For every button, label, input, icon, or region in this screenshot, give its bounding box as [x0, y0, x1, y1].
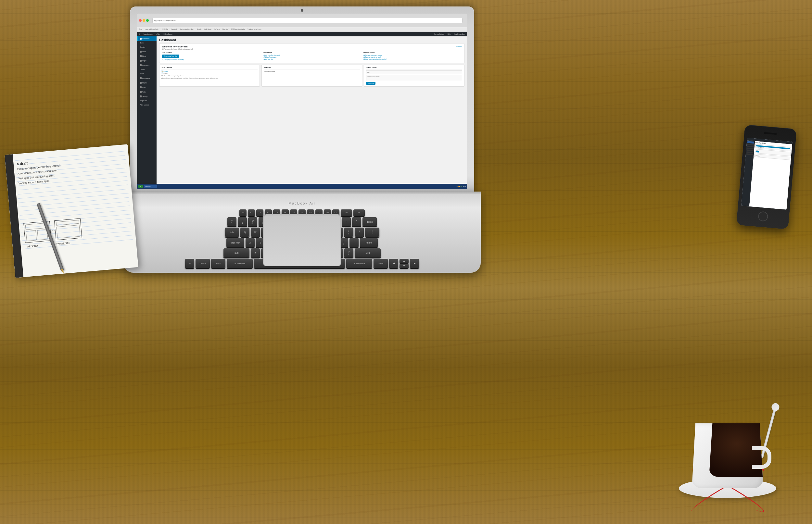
key-backslash[interactable]: |\	[365, 228, 379, 237]
trackpad[interactable]	[263, 214, 341, 266]
bookmark-gmail[interactable]: XF G Mail	[161, 29, 169, 30]
wp-delete-cache[interactable]: Delete Cache	[163, 33, 173, 35]
sidebar-label-tools: Tools	[142, 91, 146, 93]
sidebar-item-contact[interactable]: Contact	[137, 67, 157, 72]
browser-minimize-btn[interactable]	[143, 19, 145, 22]
key-backtick[interactable]: ~`	[227, 217, 237, 226]
sidebar-item-posts[interactable]: Posts	[137, 49, 157, 54]
key-arrow-left[interactable]: ◀	[389, 259, 398, 268]
sidebar-item-users[interactable]: Users	[137, 85, 157, 89]
key-fn[interactable]: fn	[185, 259, 194, 268]
wp-main-content: Dashboard Welcome to WordPress! We've as…	[157, 36, 467, 189]
sidebar-item-media[interactable]: Media	[137, 54, 157, 59]
sidebar-label-settings: Settings	[142, 96, 147, 97]
draft-title-input[interactable]: Title	[366, 70, 462, 74]
sidebar-item-settings[interactable]: Settings	[137, 94, 157, 99]
key-a[interactable]: A	[246, 238, 255, 247]
comments-toggle-link[interactable]: ⊞ Turn comments on or off	[363, 56, 461, 58]
key-arrow-down[interactable]: ▼	[400, 264, 409, 268]
key-w[interactable]: W	[251, 228, 260, 237]
bookmark-firefox[interactable]: Imported From Firef...	[144, 29, 160, 30]
key-slash[interactable]: ?/	[344, 248, 353, 258]
taskbar-items: Dashboard...	[144, 185, 456, 188]
wp-new[interactable]: + New	[156, 33, 161, 35]
sidebar-item-plugins[interactable]: Plugins	[137, 81, 157, 85]
learn-more-link[interactable]: ⊞ Learn more about getting started	[363, 59, 461, 60]
add-about-link[interactable]: + Add an About page	[263, 56, 361, 58]
key-command-left[interactable]: ⌘ command	[227, 259, 253, 268]
bookmark-track[interactable]: Track my order | ma...	[247, 29, 262, 30]
key-arrow-right[interactable]: ▶	[410, 259, 419, 268]
key-option-right[interactable]: option	[374, 259, 388, 268]
key-arrow-up[interactable]: ▲	[400, 259, 409, 263]
key-1[interactable]: !1	[238, 217, 247, 226]
manage-widgets-link[interactable]: ⊞ Manage widgets or menus	[363, 54, 461, 56]
save-draft-button[interactable]: Save Draft	[366, 82, 375, 85]
key-2[interactable]: @2	[248, 217, 257, 226]
sidebar-item-appearance[interactable]: Appearance	[137, 76, 157, 81]
dismiss-button[interactable]: ✕ Dismiss	[456, 46, 461, 47]
wp-admin-bar: ⊞ lqgpdfpro.com + New Delete Cache Scree…	[137, 32, 467, 36]
browser-address-bar[interactable]: lqgpdfpro.com/wp-admin/	[152, 18, 462, 23]
key-bracket-right[interactable]: }]	[355, 228, 364, 237]
key-shift-right[interactable]: shift	[355, 248, 381, 258]
wp-site-name[interactable]: lqgpdfpro.com	[143, 33, 153, 35]
key-command-right[interactable]: ⌘ command	[346, 259, 372, 268]
sidebar-item-tools[interactable]: Tools	[137, 89, 157, 94]
bookmark-facebook[interactable]: Facebook	[170, 29, 178, 30]
notebook-sketch: RECORD FAVORITES	[22, 213, 132, 267]
sidebar-item-imagesuite[interactable]: ImageSuite	[137, 99, 157, 103]
sidebar-item-pages[interactable]: Pages	[137, 59, 157, 63]
key-q[interactable]: Q	[240, 228, 249, 237]
key-minus[interactable]: _-	[342, 217, 351, 226]
change-theme-link[interactable]: or, change your theme completely	[162, 59, 260, 60]
key-shift-left[interactable]: shift	[224, 248, 249, 258]
wp-logo[interactable]: ⊞	[139, 33, 141, 35]
bookmark-email[interactable]: MAE Email	[203, 29, 212, 30]
sidebar-item-home[interactable]: Home	[137, 41, 157, 45]
browser-close-btn[interactable]	[139, 19, 142, 22]
wp-screen-options[interactable]: Screen Options	[434, 33, 445, 35]
key-option-left[interactable]: option	[211, 259, 225, 268]
bookmark-8like[interactable]: 8like.stuff	[222, 29, 229, 30]
sidebar-item-jijoan[interactable]: JiJoan	[137, 72, 157, 76]
key-control[interactable]: control	[196, 259, 210, 268]
key-z[interactable]: Z	[251, 248, 260, 258]
start-button[interactable]: ⊞	[139, 185, 143, 188]
key-f2[interactable]: F2	[256, 209, 263, 216]
sidebar-item-updates[interactable]: Updates	[137, 45, 157, 49]
taskbar-browser[interactable]: Dashboard...	[144, 185, 157, 188]
wp-help[interactable]: Help	[447, 33, 451, 35]
sidebar-item-videolicense[interactable]: Video License	[137, 103, 157, 107]
settings-icon	[140, 96, 142, 97]
key-f1[interactable]: F1	[248, 209, 255, 216]
sidebar-item-comments[interactable]: Comments	[137, 63, 157, 67]
key-return[interactable]: return	[360, 238, 378, 247]
wp-howdy[interactable]: Howdy, lqgpdfpro	[453, 33, 466, 35]
sidebar-label-contact: Contact	[140, 69, 145, 70]
write-post-link[interactable]: + Write your first blog post	[263, 54, 361, 56]
key-equals[interactable]: +=	[352, 217, 361, 226]
key-esc[interactable]: esc	[239, 209, 246, 216]
clock: 12:34	[463, 186, 466, 187]
iphone-home-button[interactable]	[758, 211, 768, 222]
view-site-link[interactable]: + View your site	[263, 59, 361, 60]
customize-site-button[interactable]: Customize Your Site	[162, 54, 179, 58]
sidebar-item-dashboard[interactable]: Dashboard	[137, 36, 157, 41]
sidebar-label-users: Users	[142, 87, 146, 88]
browser-maximize-btn[interactable]	[146, 19, 149, 22]
key-quote[interactable]: "'	[350, 238, 359, 247]
key-bracket-left[interactable]: {[	[344, 228, 353, 237]
key-f12[interactable]: F12	[341, 209, 352, 216]
key-delete[interactable]: delete	[362, 217, 377, 226]
key-power[interactable]: ⏻	[353, 209, 365, 216]
draft-content-input[interactable]: What's on your mind?	[366, 75, 462, 81]
bookmark-apps[interactable]: Apps	[139, 29, 143, 30]
bookmark-google[interactable]: Google	[196, 29, 202, 30]
key-tab[interactable]: tab	[225, 228, 239, 237]
bookmark-electronics[interactable]: Electronics Cars, Fa...	[179, 29, 195, 30]
key-capslock[interactable]: caps lock	[226, 238, 244, 247]
bookmark-youtube[interactable]: YouTube	[213, 29, 221, 30]
bookmark-todo[interactable]: TODOim - Your tasks	[230, 29, 245, 30]
sidebar-label-comments: Comments	[142, 65, 149, 66]
